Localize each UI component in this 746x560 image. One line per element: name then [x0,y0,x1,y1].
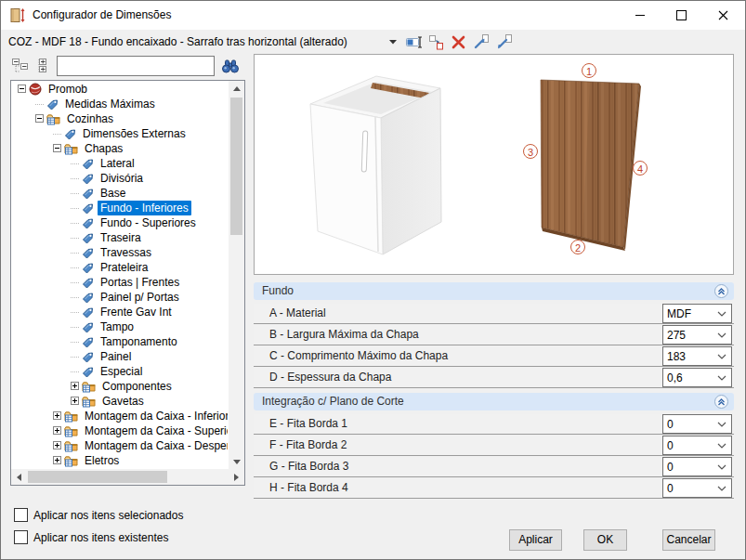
tree-item-travessas[interactable]: Travessas [12,245,228,260]
tree-item-montagem-da-caixa-inferior[interactable]: Montagem da Caixa - Inferior [12,409,228,423]
tree-item-componentes[interactable]: Componentes [12,379,228,394]
field-label: H - Fita Borda 4 [269,478,348,498]
collapse-section-button[interactable] [714,395,728,409]
tree-item-label: Chapas [82,141,125,156]
scroll-down-icon[interactable] [229,454,244,470]
tree-item-montagem-da-caixa-superio[interactable]: Montagem da Caixa - Superio [12,423,228,438]
scroll-left-icon[interactable] [11,469,27,485]
tree-item-prateleira[interactable]: Prateleira [12,260,228,275]
field-combobox[interactable]: 0 [662,414,732,434]
tag-icon [82,277,94,289]
tree-expander-icon[interactable] [53,141,64,156]
tree-item-tampo[interactable]: Tampo [12,319,228,334]
rename-scheme-button[interactable] [404,33,425,51]
tree-item-label: Divisória [98,171,146,186]
tree-item-medidas-m-ximas[interactable]: Medidas Máximas [12,97,228,111]
vertical-scroll-thumb[interactable] [230,98,242,235]
delete-scheme-button[interactable] [448,33,468,51]
tree-item-label: Gavetas [99,394,147,409]
scheme-selector[interactable]: COZ - MDF 18 - Fundo encaixado - Sarrafo… [8,33,385,50]
tree-item-especial[interactable]: Especial [12,364,228,379]
tree-expander-icon[interactable] [53,423,64,438]
tree-item-fundo-superiores[interactable]: Fundo - Superiores [12,215,228,230]
tree-item-gavetas[interactable]: Gavetas [12,394,228,409]
tree-connector [71,192,79,194]
tree-item-painel[interactable]: Painel [12,349,228,364]
tree-item-fundo-inferiores[interactable]: Fundo - Inferiores [12,201,228,215]
field-combobox[interactable]: 0,6 [662,368,732,387]
tree-connector [71,207,79,209]
form-row: B - Largura Máxima da Chapa275 [254,325,734,345]
field-combobox[interactable]: 0 [662,436,732,455]
tree-expander-icon[interactable] [53,438,64,453]
duplicate-scheme-button[interactable] [425,33,446,51]
tree-item-traseira[interactable]: Traseira [12,230,228,245]
tree-expander-icon[interactable] [71,394,82,409]
tree-item-divis-ria[interactable]: Divisória [12,171,228,186]
folder-icon [64,410,78,423]
titlebar[interactable]: Configurador de Dimensões [1,1,745,30]
scroll-right-icon[interactable] [229,469,244,485]
tree-item-frente-gav-int[interactable]: Frente Gav Int [12,305,228,319]
tree-search-input[interactable] [57,56,215,76]
tree-item-montagem-da-caixa-despen[interactable]: Montagem da Caixa - Despen [12,438,228,453]
checkbox-label: Aplicar nos itens selecionados [33,509,183,522]
tree-connector [53,133,61,135]
field-label: A - Material [269,304,326,323]
tree-expander-icon[interactable] [35,111,46,126]
tree-item-painel-p-portas[interactable]: Painel p/ Portas [12,290,228,305]
collapse-all-button[interactable] [10,56,31,76]
apply-button[interactable]: Aplicar [509,529,562,551]
tree-item-label: Prateleira [98,260,151,275]
checkbox-icon[interactable] [14,530,28,544]
close-button[interactable] [702,1,744,30]
tree-item-promob[interactable]: Promob [12,82,228,97]
tree-item-base[interactable]: Base [12,186,228,201]
field-combobox[interactable]: 183 [662,346,732,366]
checkbox-icon[interactable] [14,508,28,522]
tree-item-cozinhas[interactable]: Cozinhas [12,111,228,126]
tree-item-dimens-es-externas[interactable]: Dimensões Externas [12,126,228,141]
folder-icon [64,425,78,437]
combobox-value: 0 [663,439,717,452]
export-scheme-button[interactable] [471,33,491,51]
tree-horizontal-scrollbar[interactable] [11,469,244,485]
scroll-up-icon[interactable] [229,81,244,97]
cancel-button[interactable]: Cancelar [662,529,715,551]
field-label: B - Largura Máxima da Chapa [269,325,419,345]
scheme-dropdown-button[interactable] [386,33,399,51]
expand-all-button[interactable] [33,56,53,76]
import-icon [496,34,513,49]
horizontal-scroll-thumb[interactable] [28,471,167,483]
3d-preview-viewport[interactable]: 1234 [254,54,734,275]
tree-item-tamponamento[interactable]: Tamponamento [12,334,228,349]
expand-all-icon [36,59,49,74]
tree-connector [35,103,44,105]
apply-existing-items-checkbox[interactable]: Aplicar nos itens existentes [14,530,168,544]
tree-connector [71,252,79,254]
tree-item-portas-frentes[interactable]: Portas | Frentes [12,275,228,290]
tree-expander-icon[interactable] [71,379,82,394]
field-combobox[interactable]: MDF [662,304,732,323]
ok-button[interactable]: OK [583,529,627,551]
field-combobox[interactable]: 0 [662,478,732,498]
collapse-section-button[interactable] [714,284,728,298]
tree-expander-icon[interactable] [53,453,64,468]
apply-selected-items-checkbox[interactable]: Aplicar nos itens selecionados [14,508,183,522]
field-combobox[interactable]: 275 [662,325,732,345]
tree-item-eletros[interactable]: Eletros [12,453,228,468]
tree-expander-icon[interactable] [18,82,29,97]
minimize-button[interactable] [619,1,661,30]
tree-expander-icon[interactable] [53,409,64,423]
tree-item-lateral[interactable]: Lateral [12,156,228,171]
import-scheme-button[interactable] [494,33,515,51]
section-title: Integração c/ Plano de Corte [262,393,404,410]
tree-item-label: Montagem da Caixa - Despen [82,438,228,453]
maximize-button[interactable] [661,1,702,30]
tree-vertical-scrollbar[interactable] [229,81,244,470]
find-button[interactable] [220,56,241,76]
combobox-value: MDF [663,307,717,320]
field-combobox[interactable]: 0 [662,457,732,476]
tree-item-chapas[interactable]: Chapas [12,141,228,156]
tree-item-label: Fundo - Superiores [98,215,199,230]
